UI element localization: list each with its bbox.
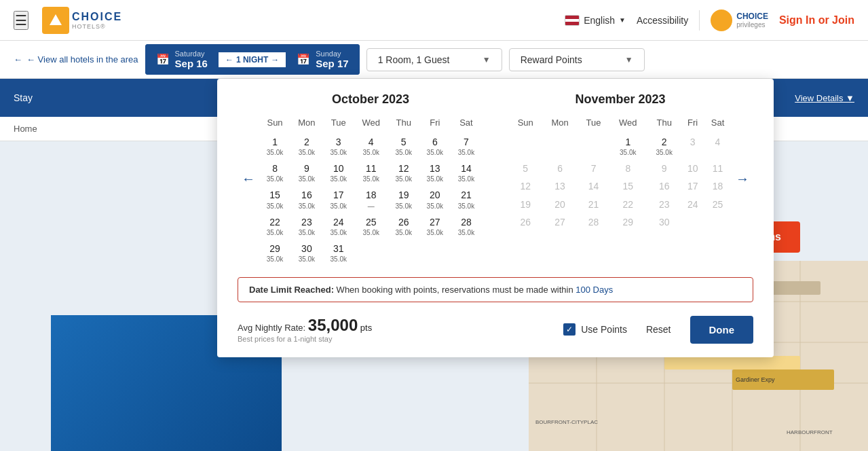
calendar-icon-checkin: 📅 (156, 53, 170, 66)
calendar-overlay: ← October 2023 Sun Mon Tue Wed Thu Fri (217, 79, 774, 357)
table-row[interactable]: 18 (704, 177, 732, 195)
table-row[interactable]: 31 35.0k (323, 240, 354, 266)
language-label: English (584, 15, 615, 26)
language-button[interactable]: English ▼ (565, 15, 626, 26)
hamburger-menu[interactable]: ☰ (14, 11, 29, 30)
table-row[interactable]: 5 35.0k (388, 133, 419, 160)
table-row[interactable]: 15 35.0k (259, 186, 290, 213)
header-right: English ▼ Accessibility CHOICE privilege… (565, 10, 854, 31)
table-row[interactable]: 29 (609, 213, 647, 231)
room-guest-button[interactable]: 1 Room, 1 Guest ▼ (366, 48, 502, 71)
done-button[interactable]: Done (690, 316, 754, 344)
date-limit-bold: Date Limit Reached: (249, 285, 334, 295)
calendars-container: October 2023 Sun Mon Tue Wed Thu Fri Sat (259, 92, 732, 266)
reward-points-button[interactable]: Reward Points ▼ (509, 48, 645, 71)
table-row[interactable]: 27 35.0k (419, 213, 451, 240)
table-row[interactable]: 17 (681, 177, 704, 195)
table-row[interactable]: 28 (578, 213, 609, 231)
table-row[interactable]: 9 (647, 160, 681, 177)
october-grid: Sun Mon Tue Wed Thu Fri Sat 1 35.0k 2 (259, 115, 482, 266)
table-row[interactable]: 7 35.0k (451, 133, 482, 160)
table-row[interactable]: 19 35.0k (388, 186, 419, 213)
table-row[interactable]: 10 35.0k (323, 160, 354, 186)
table-row[interactable]: 21 (578, 196, 609, 213)
use-points-label[interactable]: ✓ Use Points (563, 323, 627, 336)
date-picker[interactable]: 📅 Saturday Sep 16 ← 1 NIGHT → 📅 Sunday S… (145, 44, 360, 75)
table-row[interactable]: 12 (509, 177, 542, 195)
prev-month-button[interactable]: ← (238, 168, 259, 190)
table-row[interactable]: 10 (681, 160, 704, 177)
table-row[interactable]: 12 35.0k (388, 160, 419, 186)
table-row (704, 213, 732, 231)
table-row[interactable]: 22 35.0k (259, 213, 290, 240)
table-row[interactable]: 15 (609, 177, 647, 195)
table-row[interactable]: 13 (542, 177, 578, 195)
col-thu-nov: Thu (647, 115, 681, 133)
checkin-button[interactable]: 📅 Saturday Sep 16 (145, 44, 219, 75)
checkin-date-value: Sep 16 (175, 58, 208, 69)
table-row[interactable]: 21 35.0k (451, 186, 482, 213)
table-row[interactable]: 23 (647, 196, 681, 213)
october-calendar: October 2023 Sun Mon Tue Wed Thu Fri Sat (259, 92, 482, 266)
accessibility-button[interactable]: Accessibility (637, 15, 688, 26)
table-row[interactable]: 18 — (354, 186, 388, 213)
table-row[interactable]: 26 35.0k (388, 213, 419, 240)
table-row[interactable]: 27 (542, 213, 578, 231)
table-row[interactable]: 4 (704, 133, 732, 160)
table-row[interactable]: 19 (509, 196, 542, 213)
next-month-button[interactable]: → (732, 168, 753, 190)
table-row[interactable]: 24 (681, 196, 704, 213)
table-row[interactable]: 8 (609, 160, 647, 177)
table-row[interactable]: 11 35.0k (354, 160, 388, 186)
table-row[interactable]: 3 (681, 133, 704, 160)
table-row[interactable]: 24 35.0k (323, 213, 354, 240)
table-row[interactable]: 29 35.0k (259, 240, 290, 266)
svg-marker-0 (50, 14, 62, 25)
logo-text: CHOICE (72, 11, 122, 23)
table-row[interactable]: 16 35.0k (290, 186, 323, 213)
table-row[interactable]: 30 (647, 213, 681, 231)
footer-actions: ✓ Use Points Reset Done (563, 316, 753, 344)
table-row[interactable]: 6 35.0k (419, 133, 451, 160)
table-row[interactable]: 2 35.0k (290, 133, 323, 160)
date-limit-warning: Date Limit Reached: When booking with po… (238, 277, 753, 302)
table-row[interactable]: 20 35.0k (419, 186, 451, 213)
arrow-left-icon: ← (225, 55, 233, 65)
table-row[interactable]: 3 35.0k (323, 133, 354, 160)
table-row[interactable]: 14 35.0k (451, 160, 482, 186)
table-row[interactable]: 25 35.0k (354, 213, 388, 240)
table-row[interactable]: 16 (647, 177, 681, 195)
table-row[interactable]: 2 35.0k (647, 133, 681, 160)
logo[interactable]: CHOICE HOTELS® (42, 7, 122, 34)
table-row[interactable]: 25 (704, 196, 732, 213)
view-details-link[interactable]: View Details ▼ (795, 93, 854, 103)
table-row[interactable]: 7 (578, 160, 609, 177)
checkout-button[interactable]: 📅 Sunday Sep 17 (286, 44, 359, 75)
table-row[interactable]: 30 35.0k (290, 240, 323, 266)
table-row (419, 240, 451, 266)
table-row[interactable]: 26 (509, 213, 542, 231)
table-row[interactable]: 20 (542, 196, 578, 213)
reset-button[interactable]: Reset (638, 319, 679, 340)
november-grid: Sun Mon Tue Wed Thu Fri Sat 1 35.0k 2 (509, 115, 732, 231)
use-points-checkbox[interactable]: ✓ (563, 323, 575, 336)
table-row[interactable]: 9 35.0k (290, 160, 323, 186)
table-row[interactable]: 1 35.0k (259, 133, 290, 160)
table-row[interactable]: 14 (578, 177, 609, 195)
table-row[interactable]: 5 (509, 160, 542, 177)
table-row[interactable]: 17 35.0k (323, 186, 354, 213)
table-row[interactable]: 11 (704, 160, 732, 177)
search-bar: ← ← View all hotels in the area 📅 Saturd… (0, 41, 868, 79)
sign-in-button[interactable]: Sign In or Join (779, 14, 854, 26)
table-row[interactable]: 23 35.0k (290, 213, 323, 240)
table-row[interactable]: 6 (542, 160, 578, 177)
col-mon-oct: Mon (290, 115, 323, 133)
table-row[interactable]: 22 (609, 196, 647, 213)
table-row[interactable]: 1 35.0k (609, 133, 647, 160)
table-row[interactable]: 28 35.0k (451, 213, 482, 240)
col-sun-nov: Sun (509, 115, 542, 133)
back-to-hotels-link[interactable]: ← ← View all hotels in the area (14, 54, 138, 65)
table-row[interactable]: 13 35.0k (419, 160, 451, 186)
table-row[interactable]: 4 35.0k (354, 133, 388, 160)
table-row[interactable]: 8 35.0k (259, 160, 290, 186)
